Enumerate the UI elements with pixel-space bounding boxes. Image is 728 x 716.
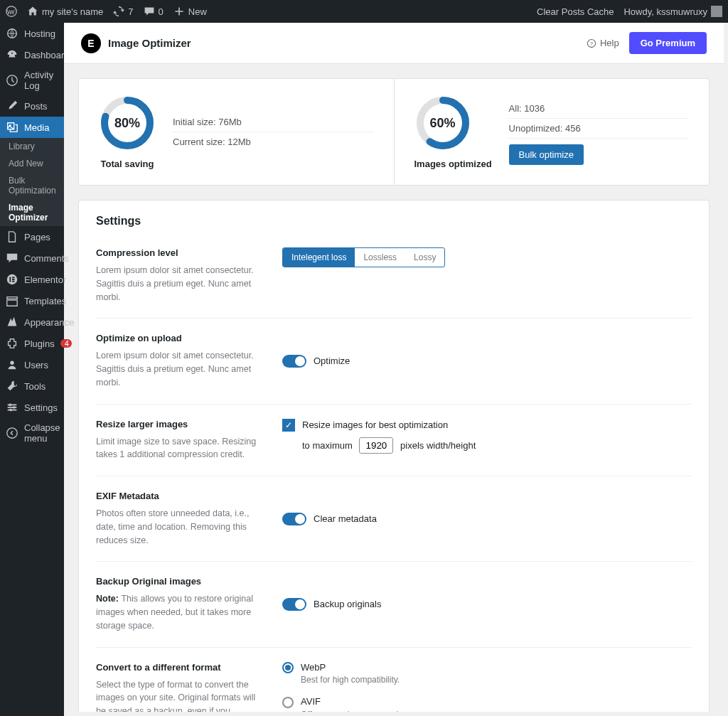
sidebar-item-collapse[interactable]: Collapse menu	[0, 418, 64, 448]
optimize-upload-toggle[interactable]	[282, 355, 306, 368]
sidebar-item-templates[interactable]: Templates	[0, 290, 64, 311]
compression-segmented: Intelegent loss Lossless Lossy	[282, 247, 445, 267]
page-header: E Image Optimizer ?Help Go Premium	[64, 23, 724, 64]
sidebar-item-hosting[interactable]: Hosting	[0, 23, 64, 44]
media-submenu: Library Add New Bulk Optimization Image …	[0, 138, 64, 226]
bulk-optimize-button[interactable]: Bulk optimize	[509, 144, 584, 165]
sidebar-item-plugins[interactable]: Plugins4	[0, 333, 64, 354]
unoptimized-images: Unoptimized: 456	[509, 119, 689, 139]
settings-heading: Settings	[96, 215, 692, 228]
sidebar-item-dashboard[interactable]: Dashboard	[0, 44, 64, 65]
sidebar-item-appearance[interactable]: Appearance	[0, 311, 64, 333]
sidebar-item-pages[interactable]: Pages	[0, 226, 64, 247]
format-avif-radio[interactable]	[282, 697, 294, 708]
format-webp-radio[interactable]	[282, 662, 294, 673]
submenu-bulk[interactable]: Bulk Optimization	[0, 172, 64, 199]
comments-link[interactable]: 0	[144, 6, 164, 17]
resize-checkbox[interactable]: ✓	[282, 419, 295, 432]
submenu-optimizer[interactable]: Image Optimizer	[0, 199, 64, 226]
all-images: All: 1036	[509, 99, 689, 119]
settings-panel: Settings Compression level Lorem ipsum d…	[78, 200, 710, 712]
avatar-icon	[711, 6, 722, 17]
wp-logo[interactable]	[6, 6, 17, 17]
saving-gauge: 80%	[99, 95, 156, 151]
compression-lossy[interactable]: Lossy	[405, 248, 444, 267]
sidebar-item-activity[interactable]: Activity Log	[0, 65, 64, 95]
sidebar-item-elementor[interactable]: Elementor	[0, 269, 64, 290]
resize-max-input[interactable]	[359, 437, 393, 454]
site-link[interactable]: my site's name	[27, 6, 103, 17]
initial-size: Initial size: 76Mb	[173, 112, 374, 132]
sidebar-item-users[interactable]: Users	[0, 354, 64, 375]
new-link[interactable]: New	[173, 6, 207, 17]
submenu-library[interactable]: Library	[0, 138, 64, 155]
svg-text:?: ?	[590, 40, 593, 46]
svg-rect-6	[12, 277, 15, 278]
admin-bar: my site's name 7 0 New Clear Posts Cache…	[0, 0, 728, 23]
sidebar-item-posts[interactable]: Posts	[0, 95, 64, 117]
backup-toggle[interactable]	[282, 598, 306, 611]
svg-point-16	[7, 428, 17, 438]
svg-rect-8	[12, 281, 15, 282]
exif-toggle[interactable]	[282, 513, 306, 525]
svg-point-13	[9, 404, 12, 407]
clear-cache[interactable]: Clear Posts Cache	[537, 6, 614, 17]
go-premium-button[interactable]: Go Premium	[629, 32, 707, 54]
admin-sidebar: Hosting Dashboard Activity Log Posts Med…	[0, 23, 64, 716]
optimized-gauge: 60%	[414, 95, 471, 151]
sidebar-item-settings[interactable]: Settings	[0, 397, 64, 418]
sidebar-item-media[interactable]: Media	[0, 117, 64, 138]
compression-intelligent[interactable]: Intelegent loss	[283, 248, 355, 267]
plugin-logo-icon: E	[81, 33, 101, 53]
help-link[interactable]: ?Help	[587, 38, 619, 48]
main-content: E Image Optimizer ?Help Go Premium 80% T…	[64, 23, 724, 712]
svg-rect-5	[9, 277, 11, 282]
svg-point-15	[9, 409, 12, 412]
svg-point-9	[10, 361, 14, 365]
compression-lossless[interactable]: Lossless	[355, 248, 405, 267]
submenu-add-new[interactable]: Add New	[0, 155, 64, 172]
svg-point-14	[13, 406, 16, 409]
sidebar-item-tools[interactable]: Tools	[0, 375, 64, 397]
svg-rect-7	[12, 279, 15, 280]
sidebar-item-comments[interactable]: Comments	[0, 247, 64, 269]
howdy[interactable]: Howdy, kssmuwruxy	[623, 6, 722, 17]
page-title: Image Optimizer	[108, 37, 191, 49]
stats-panel: 80% Total saving Initial size: 76Mb Curr…	[78, 78, 710, 186]
updates[interactable]: 7	[113, 6, 133, 17]
current-size: Current size: 12Mb	[173, 132, 374, 151]
